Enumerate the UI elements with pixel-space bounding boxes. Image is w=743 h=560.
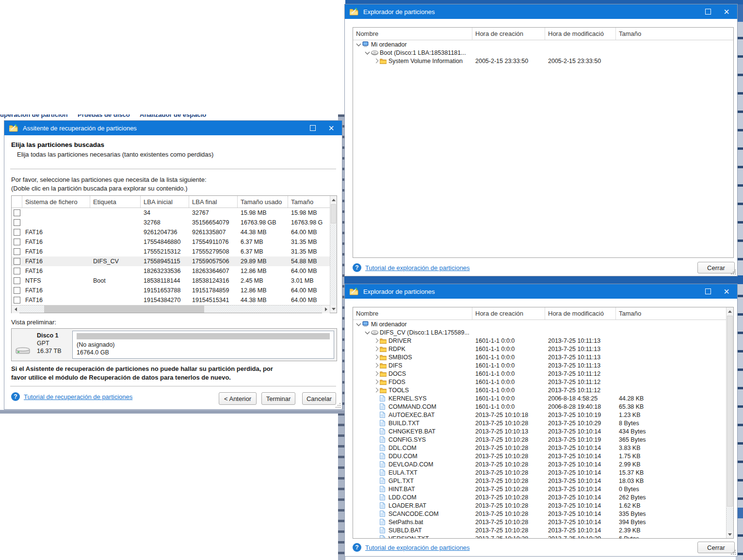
column-tamano-usado[interactable]: Tamaño usado [238, 196, 288, 208]
explorer-row-tools[interactable]: TOOLS1601-1-1 0:0:02013-7-25 10:11:12 [353, 386, 726, 394]
titlebar[interactable]: Assitente de recuperación de particiones… [4, 121, 342, 135]
help-icon[interactable]: ? [11, 392, 20, 401]
explorer-row-scancode-com[interactable]: SCANCODE.COM2013-7-25 10:10:282013-7-25 … [353, 510, 726, 518]
column-creacion[interactable]: Hora de creación [472, 28, 545, 40]
maximize-icon[interactable] [705, 9, 711, 15]
explorer-row-docs[interactable]: DOCS1601-1-1 0:0:02013-7-25 10:11:12 [353, 369, 726, 378]
column-etiqueta[interactable]: Etiqueta [90, 196, 141, 208]
tutorial-link[interactable]: Tutorial de exploración de particiones [365, 544, 470, 551]
explorer-row-difs-cv-disco-1-lba-175589[interactable]: DIFS_CV (Disco:1 LBA:175589... [353, 328, 726, 336]
cerrar-button[interactable]: Cerrar [697, 262, 735, 273]
expand-icon[interactable] [372, 370, 380, 377]
collapse-icon[interactable] [364, 49, 371, 56]
maximize-icon[interactable] [310, 125, 316, 131]
explorer-row-ldd-com[interactable]: LDD.COM2013-7-25 10:10:282013-7-25 10:10… [353, 493, 726, 501]
partition-checkbox[interactable] [14, 268, 20, 274]
expand-icon[interactable] [372, 386, 380, 394]
partition-row[interactable]: FAT16DIFS_CV175589451151755905750629.89 … [12, 256, 330, 266]
horizontal-scrollbar[interactable] [12, 305, 330, 313]
explorer-row-kernel-sys[interactable]: KERNEL.SYS1601-1-1 0:0:02006-8-18 4:58:2… [353, 394, 726, 402]
scroll-left-icon[interactable] [12, 305, 19, 313]
explorer-row-loader-bat[interactable]: LOADER.BAT2013-7-25 10:10:282013-7-25 10… [353, 501, 726, 510]
scroll-up-icon[interactable] [330, 196, 337, 204]
partition-checkbox[interactable] [14, 239, 20, 245]
partition-checkbox[interactable] [14, 229, 20, 236]
scrollbar-thumb[interactable] [727, 316, 733, 507]
scroll-down-icon[interactable] [727, 530, 733, 538]
partition-checkbox[interactable] [14, 297, 20, 304]
explorer-row-smbios[interactable]: SMBIOS1601-1-1 0:0:02013-7-25 10:11:13 [353, 353, 726, 361]
partition-row[interactable]: FAT16182632335361826336460712.86 MB64.00… [12, 266, 330, 276]
explorer-row-eula-txt[interactable]: EULA.TXT2013-7-25 10:10:282013-7-25 10:1… [353, 468, 726, 477]
partition-checkbox[interactable] [14, 287, 20, 294]
collapse-icon[interactable] [364, 329, 371, 336]
explorer-row-subld-bat[interactable]: SUBLD.BAT2013-7-25 10:10:282013-7-25 10:… [353, 526, 726, 534]
partition-row[interactable]: NTFSBoot18538118144185381243162.45 MB3.0… [12, 276, 330, 286]
explorer-row-driver[interactable]: DRIVER1601-1-1 0:0:02013-7-25 10:11:13 [353, 336, 726, 345]
explorer-row-setpaths-bat[interactable]: SetPaths.bat2013-7-25 10:10:282013-7-25 … [353, 518, 726, 526]
partition-checkbox[interactable] [14, 277, 20, 284]
explorer-row-build-txt[interactable]: BUILD.TXT2013-7-25 10:10:282013-7-25 10:… [353, 419, 726, 427]
scrollbar-track[interactable] [727, 507, 733, 530]
expand-icon[interactable] [372, 345, 380, 352]
scroll-up-icon[interactable] [727, 307, 733, 315]
scrollbar-thumb[interactable] [331, 204, 336, 224]
partition-row[interactable]: 327683515665407916763.98 GB16763.98 G [12, 218, 330, 227]
vertical-scrollbar[interactable] [330, 196, 337, 313]
explorer-row-config-sys[interactable]: CONFIG.SYS2013-7-25 10:10:282013-7-25 10… [353, 435, 726, 444]
help-icon[interactable]: ? [353, 263, 361, 272]
column-tamano[interactable]: Tamaño [616, 307, 726, 320]
tutorial-link[interactable]: Tutorial de exploración de particiones [365, 264, 470, 272]
column-nombre[interactable]: Nombre [353, 28, 472, 40]
column-tamano[interactable]: Tamaño [616, 28, 733, 40]
cancelar-button[interactable]: Cancelar [302, 392, 336, 405]
explorer-row-rdpk[interactable]: RDPK1601-1-1 0:0:02013-7-25 10:11:13 [353, 345, 726, 353]
scrollbar-thumb[interactable] [44, 305, 204, 313]
scroll-right-icon[interactable] [322, 305, 330, 313]
column-lba-inicial[interactable]: LBA inicial [141, 196, 189, 208]
cerrar-button[interactable]: Cerrar [697, 542, 735, 553]
column-modificacion[interactable]: Hora de modificació [545, 28, 616, 40]
explorer-row-hint-bat[interactable]: HINT.BAT2013-7-25 10:10:282013-7-25 10:1… [353, 485, 726, 493]
collapse-icon[interactable] [355, 320, 362, 328]
explorer-row-devload-com[interactable]: DEVLOAD.COM2013-7-25 10:10:282013-7-25 1… [353, 460, 726, 468]
tutorial-link[interactable]: Tutorial de recuperación de particiones [24, 393, 132, 400]
partition-checkbox[interactable] [14, 248, 20, 255]
explorer-row-mi-ordenador[interactable]: Mi ordenador [353, 320, 726, 328]
terminar-button[interactable]: Terminar [261, 392, 295, 405]
column-tamano[interactable]: Tamaño [288, 196, 330, 208]
expand-icon[interactable] [372, 378, 380, 385]
explorer-row-system-volume-information[interactable]: System Volume Information2005-2-15 23:33… [353, 57, 733, 65]
column-lba-final[interactable]: LBA final [189, 196, 238, 208]
column-modificacion[interactable]: Hora de modificació [545, 307, 616, 320]
anterior-button[interactable]: < Anterior [219, 392, 257, 405]
partition-row[interactable]: FAT16191516537881915178485912.86 MB64.00… [12, 286, 330, 295]
explorer-row-ddu-com[interactable]: DDU.COM2013-7-25 10:10:282013-7-25 10:10… [353, 452, 726, 460]
explorer-row-version-txt[interactable]: VERSION.TXT2013-7-25 10:10:282013-7-25 1… [353, 534, 726, 539]
partition-row[interactable]: FAT169261204736926133580744.38 MB64.00 M… [12, 227, 330, 237]
explorer-row-mi-ordenador[interactable]: Mi ordenador [353, 40, 733, 48]
partition-row[interactable]: 343276715.98 MB15.98 MB [12, 208, 330, 218]
explorer-row-boot-disco-1-lba-185381181[interactable]: Boot (Disco:1 LBA:185381181... [353, 48, 733, 57]
close-icon[interactable]: × [724, 9, 729, 15]
explorer-row-autoexec-bat[interactable]: AUTOEXEC.BAT2013-7-25 10:10:182013-7-25 … [353, 411, 726, 419]
explorer-row-gpl-txt[interactable]: GPL.TXT2013-7-25 10:10:282013-7-25 10:10… [353, 477, 726, 485]
scroll-down-icon[interactable] [330, 305, 337, 313]
expand-icon[interactable] [372, 362, 380, 369]
partition-checkbox[interactable] [14, 258, 20, 265]
explorer-row-ddl-com[interactable]: DDL.COM2013-7-25 10:10:282013-7-25 10:10… [353, 444, 726, 452]
explorer-row-command-com[interactable]: COMMAND.COM1601-1-1 0:0:02006-8-28 19:40… [353, 402, 726, 411]
vertical-scrollbar[interactable] [726, 307, 733, 538]
titlebar[interactable]: Explorador de particiones × [345, 284, 737, 299]
explorer-row-fdos[interactable]: FDOS1601-1-1 0:0:02013-7-25 10:11:12 [353, 378, 726, 386]
partition-row[interactable]: FAT1617555215312175552795086.37 MB31.35 … [12, 247, 330, 256]
titlebar[interactable]: Explorador de particiones × [345, 4, 737, 19]
maximize-icon[interactable] [705, 288, 711, 294]
expand-icon[interactable] [372, 57, 380, 64]
close-icon[interactable]: × [328, 125, 334, 131]
explorer-row-chngkeyb-bat[interactable]: CHNGKEYB.BAT2013-7-25 10:10:132013-7-25 … [353, 427, 726, 435]
help-icon[interactable]: ? [353, 543, 361, 552]
explorer-row-difs[interactable]: DIFS1601-1-1 0:0:02013-7-25 10:11:13 [353, 361, 726, 369]
expand-icon[interactable] [372, 353, 380, 361]
scrollbar-track[interactable] [330, 224, 337, 305]
